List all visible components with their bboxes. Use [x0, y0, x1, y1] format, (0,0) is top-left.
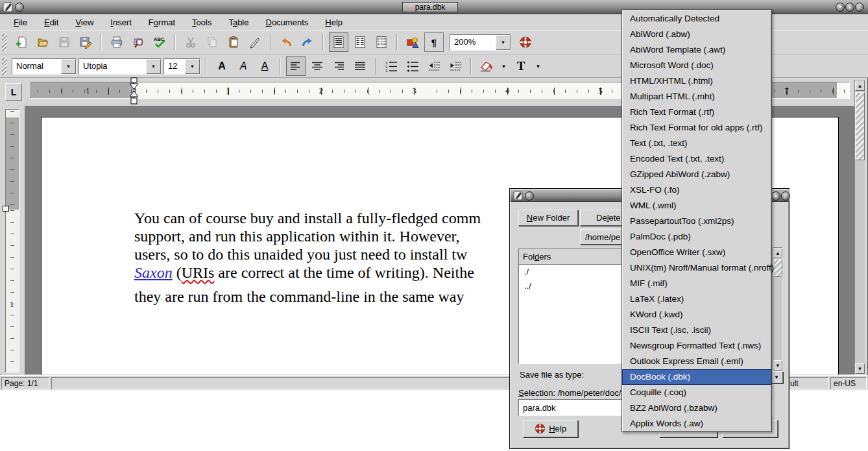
file-type-option[interactable]: Multipart HTML (.mht)	[622, 89, 771, 104]
print-preview-button[interactable]	[128, 32, 148, 52]
align-right-button[interactable]	[329, 56, 348, 76]
maximize-icon[interactable]: ▴	[845, 3, 854, 12]
file-type-option[interactable]: DocBook (.dbk)	[622, 369, 771, 385]
decrease-indent-button[interactable]	[424, 56, 444, 76]
tab-stop-selector[interactable]: L	[5, 83, 22, 101]
scroll-down-icon[interactable]: ▼	[855, 363, 865, 374]
new-document-button[interactable]	[12, 32, 31, 52]
view-two-column-button[interactable]	[350, 32, 370, 52]
toolbar-grip[interactable]	[2, 34, 6, 51]
save-button[interactable]	[54, 32, 74, 52]
underline-button[interactable]: A	[255, 56, 274, 76]
file-type-option[interactable]: PassepartoutToo (.xml2ps)	[622, 213, 771, 229]
file-type-option[interactable]: Applix Words (.aw)	[622, 416, 771, 432]
saxon-hyperlink[interactable]: Saxon	[134, 264, 173, 281]
folders-list[interactable]: Folders ./../	[518, 249, 623, 364]
scroll-up-icon[interactable]: ▲	[773, 248, 782, 258]
chevron-down-icon[interactable]: ▼	[146, 59, 161, 74]
toolbar-grip[interactable]	[2, 58, 6, 75]
window-menu-button[interactable]: ·	[15, 3, 24, 12]
folders-list-header[interactable]: Folders	[519, 249, 623, 265]
menu-item[interactable]: Help	[317, 16, 351, 29]
menu-item[interactable]: Documents	[258, 16, 317, 29]
menu-item[interactable]: Table	[220, 16, 257, 29]
view-normal-layout-button[interactable]	[329, 32, 348, 52]
file-type-option[interactable]: UNIX(tm) Nroff/Manual format (.nroff)	[622, 260, 771, 276]
save-type-combobox-arrow[interactable]: ▼	[770, 371, 783, 384]
font-size-combobox[interactable]: 12 ▼	[163, 58, 200, 75]
file-type-option[interactable]: Text (.txt, .text)	[622, 136, 771, 151]
file-type-option[interactable]: HTML/XHTML (.html)	[622, 73, 771, 89]
bold-button[interactable]: A	[212, 56, 232, 76]
chevron-down-icon[interactable]: ▼	[61, 59, 76, 74]
italic-button[interactable]: A	[234, 56, 253, 76]
cut-button[interactable]	[181, 32, 200, 52]
save-as-button[interactable]	[76, 32, 95, 52]
highlight-color-button[interactable]	[477, 56, 496, 76]
insert-image-button[interactable]	[403, 32, 422, 52]
file-type-option[interactable]: MIF (.mif)	[622, 276, 771, 291]
folder-item[interactable]: ./	[519, 265, 623, 279]
vertical-ruler[interactable]: 1	[5, 109, 19, 372]
undo-button[interactable]	[276, 32, 296, 52]
file-type-option[interactable]: PalmDoc (.pdb)	[622, 229, 771, 245]
file-type-option[interactable]: Encoded Text (.txt, .text)	[622, 151, 771, 167]
file-type-option[interactable]: WML (.wml)	[622, 198, 771, 213]
close-icon[interactable]: ╱	[781, 191, 790, 201]
bullet-list-button[interactable]	[403, 56, 422, 76]
window-menu-button[interactable]: ·	[525, 191, 534, 201]
help-button[interactable]: Help	[523, 420, 578, 437]
scrollbar-thumb[interactable]	[855, 92, 865, 160]
maximize-icon[interactable]: ▴	[771, 191, 780, 201]
show-formatting-button[interactable]: ¶	[424, 32, 444, 52]
scrollbar-thumb[interactable]	[773, 259, 782, 277]
style-combobox[interactable]: Normal ▼	[12, 58, 77, 75]
view-three-column-button[interactable]	[372, 32, 391, 52]
indent-markers[interactable]	[129, 77, 139, 106]
folder-item[interactable]: ../	[519, 279, 623, 293]
file-type-option[interactable]: BZ2 AbiWord (.bzabw)	[622, 400, 771, 416]
menu-item[interactable]: Format	[140, 16, 184, 29]
file-type-option[interactable]: LaTeX (.latex)	[622, 291, 771, 307]
font-color-button[interactable]: T	[511, 56, 531, 76]
language-indicator[interactable]: en-US	[830, 377, 867, 389]
paste-button[interactable]	[224, 32, 243, 52]
format-painter-button[interactable]	[245, 32, 265, 52]
numbered-list-button[interactable]: 123	[381, 56, 401, 76]
open-button[interactable]	[33, 32, 53, 52]
menu-item[interactable]: Edit	[36, 16, 67, 29]
menu-item[interactable]: Insert	[102, 16, 140, 29]
chevron-down-icon[interactable]: ▼	[185, 59, 200, 74]
print-button[interactable]	[107, 32, 127, 52]
scroll-down-icon[interactable]: ▼	[773, 360, 782, 371]
file-type-option[interactable]: Outlook Express Email (.eml)	[622, 354, 771, 369]
increase-indent-button[interactable]	[446, 56, 465, 76]
font-color-dropdown-arrow[interactable]: ▼	[533, 56, 544, 76]
highlight-color-dropdown-arrow[interactable]: ▼	[498, 56, 509, 76]
align-justify-button[interactable]	[350, 56, 370, 76]
document-scrollbar[interactable]: ▲ ▼	[854, 80, 865, 374]
menu-item[interactable]: View	[67, 16, 102, 29]
close-icon[interactable]: ╱	[855, 3, 864, 12]
new-folder-button[interactable]: New Folder	[518, 210, 578, 226]
file-type-option[interactable]: AbiWord (.abw)	[622, 27, 771, 42]
font-combobox[interactable]: Utopia ▼	[78, 58, 162, 75]
spellcheck-button[interactable]: ABC	[150, 32, 169, 52]
file-type-option[interactable]: Microsoft Word (.doc)	[622, 58, 771, 73]
copy-button[interactable]	[202, 32, 222, 52]
file-type-option[interactable]: AbiWord Template (.awt)	[622, 42, 771, 58]
file-type-option[interactable]: Coquille (.coq)	[622, 385, 771, 400]
top-margin-marker[interactable]	[3, 206, 9, 212]
file-type-option[interactable]: Automatically Detected	[622, 11, 771, 27]
file-type-option[interactable]: OpenOffice Writer (.sxw)	[622, 245, 771, 260]
file-type-option[interactable]: Rich Text Format for old apps (.rtf)	[622, 120, 771, 136]
file-type-option[interactable]: XSL-FO (.fo)	[622, 182, 771, 198]
file-type-option[interactable]: Newsgroup Formatted Text (.nws)	[622, 338, 771, 354]
redo-button[interactable]	[298, 32, 317, 52]
chevron-down-icon[interactable]: ▼	[496, 35, 511, 50]
menu-item[interactable]: File	[5, 16, 36, 29]
zoom-combobox[interactable]: 200% ▼	[450, 34, 511, 51]
file-type-option[interactable]: GZipped AbiWord (.zabw)	[622, 167, 771, 182]
menu-item[interactable]: Tools	[184, 16, 220, 29]
help-button[interactable]	[516, 32, 535, 52]
